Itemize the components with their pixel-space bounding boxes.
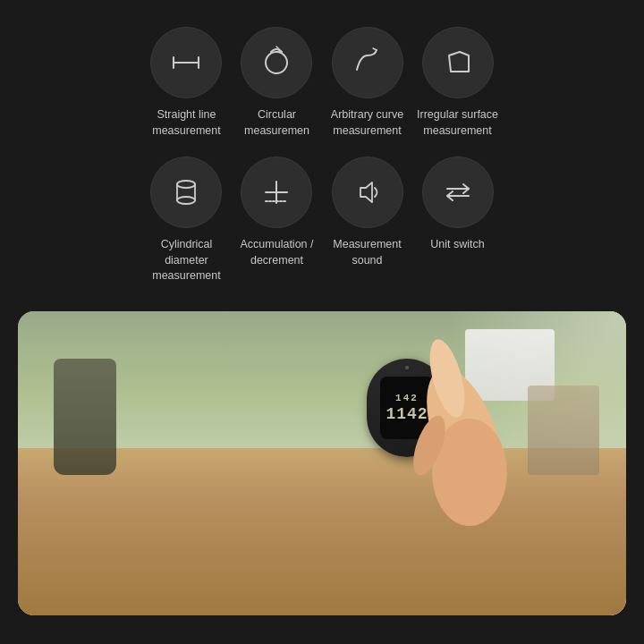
accumulation-icon [241,157,312,228]
straight-line-icon [150,27,222,98]
accumulation-label: Accumulation /decrement [241,237,314,268]
feature-circular: Circularmeasuremen [232,18,322,148]
product-photo: 142 1142 [18,311,626,615]
irregular-surface-icon [422,27,494,98]
feature-unit-switch: Unit switch [412,148,503,293]
arbitrary-curve-label: Arbitrary curvemeasurement [331,107,403,139]
feature-accumulation: Accumulation /decrement [232,148,322,293]
feature-straight-line: Straight linemeasurement [141,18,232,148]
photo-scene: 142 1142 [18,311,626,615]
measurement-sound-label: Measurementsound [333,237,401,268]
svg-point-7 [177,197,195,204]
svg-marker-11 [360,182,372,202]
vase-decoration [54,359,116,475]
feature-irregular-surface: Irregular surfacemeasurement [412,18,503,148]
box-decoration [528,386,599,475]
features-section: Straight linemeasurement Circularmeasure… [132,0,512,302]
irregular-surface-label: Irregular surfacemeasurement [417,107,498,139]
hand-holding-device [322,329,537,597]
unit-switch-icon [422,157,494,228]
straight-line-label: Straight linemeasurement [152,107,220,139]
features-grid: Straight linemeasurement Circularmeasure… [132,0,512,302]
svg-point-4 [177,181,195,188]
circular-label: Circularmeasuremen [244,107,309,139]
cylindrical-diameter-icon [150,157,222,228]
feature-cylindrical: Cylindricaldiametermeasurement [141,148,232,293]
feature-arbitrary-curve: Arbitrary curvemeasurement [322,18,412,148]
arbitrary-curve-icon [332,27,403,98]
cylindrical-label: Cylindricaldiametermeasurement [152,237,220,284]
sound-icon [332,157,403,228]
svg-marker-3 [449,52,469,72]
unit-switch-label: Unit switch [430,237,484,253]
circular-icon [241,27,312,98]
feature-measurement-sound: Measurementsound [322,148,412,293]
